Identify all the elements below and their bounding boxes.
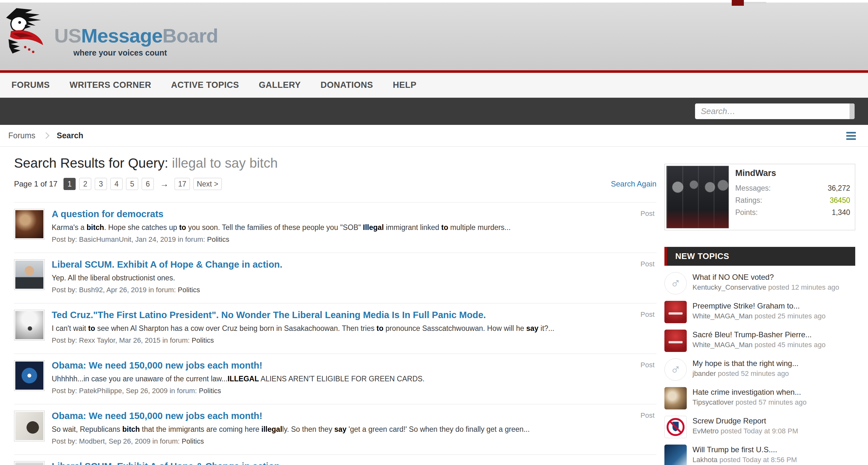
topic-author-link[interactable]: jbander [692, 370, 716, 377]
anti-nfl-logo-avatar[interactable] [664, 416, 687, 438]
member-stat-points: Points: 1,340 [735, 208, 850, 217]
result-author-avatar[interactable] [14, 360, 45, 391]
content-area: Search Results for Query: illegal to say… [0, 147, 868, 465]
topic-author-link[interactable]: White_MAGA_Man [692, 341, 752, 349]
topic-avatar[interactable] [664, 444, 687, 465]
new-topic-item-7-partial: Will Trump be first U.S.... Lakhota post… [664, 444, 855, 465]
result-title-link[interactable]: Liberal SCUM. Exhibit A of Hope & Change… [52, 461, 282, 465]
result-type-badge: Post [641, 260, 654, 268]
member-avatar[interactable] [666, 166, 729, 228]
new-topics-list: ♂ What if NO ONE voted? Kentucky_Conserv… [664, 272, 855, 465]
page-button-3[interactable]: 3 [95, 178, 107, 190]
result-author-link[interactable]: BasicHumanUnit [79, 235, 131, 243]
result-type-badge: Post [641, 209, 654, 218]
result-author-avatar[interactable] [14, 209, 45, 239]
member-name[interactable]: MindWars [735, 168, 850, 178]
result-author-avatar[interactable] [14, 411, 45, 441]
result-author-link[interactable]: Modbert [79, 437, 105, 445]
topic-title-link[interactable]: Preemptive Strike! Graham to... [692, 301, 855, 311]
nav-item-help[interactable]: HELP [393, 80, 416, 90]
new-topics-header: NEW TOPICS [664, 247, 855, 266]
search-again-link[interactable]: Search Again [611, 179, 656, 188]
result-author-avatar[interactable] [14, 259, 45, 290]
topic-title-link[interactable]: Will Trump be first U.S.... [692, 445, 855, 454]
male-symbol-avatar[interactable]: ♂ [664, 358, 687, 381]
page-button-4[interactable]: 4 [111, 178, 123, 190]
result-snippet: Yep. All the liberal obstructionist ones… [52, 273, 618, 283]
new-topic-item-2: Preemptive Strike! Graham to... White_MA… [664, 301, 855, 323]
result-forum-link[interactable]: Politics [207, 235, 229, 243]
member-stat-messages: Messages: 36,272 [735, 184, 850, 193]
nav-item-active-topics[interactable]: ACTIVE TOPICS [171, 80, 239, 90]
search-result-6-partial: Liberal SCUM. Exhibit A of Hope & Change… [14, 455, 656, 465]
nav-item-donations[interactable]: DONATIONS [321, 80, 373, 90]
result-snippet: Uhhhhh...in case you are unaware of the … [52, 374, 618, 384]
topic-title-link[interactable]: What if NO ONE voted? [692, 273, 855, 282]
result-snippet: Karma's a bitch. Hope she catches up to … [52, 223, 618, 233]
result-meta: Post by: Bush92, Apr 26, 2019 in forum: … [52, 286, 618, 294]
topic-author-link[interactable]: Lakhota [692, 456, 717, 464]
topic-author-link[interactable]: Kentucky_Conservative [692, 283, 766, 291]
new-topic-item-4: ♂ My hope is that the right wing... jban… [664, 358, 855, 381]
topic-title-link[interactable]: Screw Drudge Report [692, 416, 855, 426]
result-forum-link[interactable]: Politics [199, 387, 221, 395]
breadcrumb-search[interactable]: Search [57, 131, 83, 140]
male-symbol-avatar[interactable]: ♂ [664, 272, 687, 294]
topic-title-link[interactable]: Sacré Bleu! Trump-Basher Pierre... [692, 330, 855, 339]
page-button-1[interactable]: 1 [63, 178, 75, 190]
page-button-2[interactable]: 2 [79, 178, 91, 190]
page-button-5[interactable]: 5 [126, 178, 138, 190]
topic-meta: EvMetro posted Today at 9:08 PM [692, 427, 855, 436]
page-button-17[interactable]: 17 [175, 178, 190, 190]
top-notification-fragment [732, 0, 744, 6]
dog-photo-avatar[interactable] [664, 387, 687, 409]
result-forum-link[interactable]: Politics [178, 286, 200, 294]
result-author-avatar[interactable] [14, 461, 45, 465]
search-query-text: illegal to say bitch [172, 155, 278, 171]
topic-author-link[interactable]: EvMetro [692, 427, 719, 435]
new-topic-item-3: Sacré Bleu! Trump-Basher Pierre... White… [664, 329, 855, 352]
maga-hat-avatar[interactable] [664, 301, 687, 323]
nav-item-writers-corner[interactable]: WRITERS CORNER [69, 80, 151, 90]
topic-author-link[interactable]: White_MAGA_Man [692, 312, 752, 320]
new-topic-item-1: ♂ What if NO ONE voted? Kentucky_Conserv… [664, 272, 855, 294]
topic-title-link[interactable]: My hope is that the right wing... [692, 359, 855, 368]
next-page-button[interactable]: Next > [193, 178, 222, 190]
main-column: Search Results for Query: illegal to say… [0, 147, 656, 465]
search-result-4: Obama: We need 150,000 new jobs each mon… [14, 354, 656, 404]
result-forum-link[interactable]: Politics [192, 336, 214, 344]
result-author-link[interactable]: Bush92 [79, 286, 103, 294]
result-author-link[interactable]: Rexx Taylor [79, 336, 115, 344]
result-snippet: I can't wait to see when Al Sharpton has… [52, 323, 618, 333]
result-title-link[interactable]: Obama: We need 150,000 new jobs each mon… [52, 360, 262, 371]
topic-title-link[interactable]: Hate crime investigation when... [692, 388, 855, 397]
breadcrumb-forums[interactable]: Forums [8, 131, 35, 140]
topic-meta: Kentucky_Conservative posted 12 minutes … [692, 283, 855, 292]
result-type-badge: Post [641, 411, 654, 420]
result-title-link[interactable]: Obama: We need 150,000 new jobs each mon… [52, 411, 262, 421]
result-meta: Post by: Rexx Taylor, Mar 26, 2015 in fo… [52, 336, 618, 345]
topic-meta: White_MAGA_Man posted 25 minutes ago [692, 312, 855, 321]
result-title-link[interactable]: Ted Cruz."The First Latino President". N… [52, 310, 486, 320]
nav-item-forums[interactable]: FORUMS [11, 80, 50, 90]
result-author-avatar[interactable] [14, 310, 45, 341]
page-button-6[interactable]: 6 [142, 178, 154, 190]
red-divider [0, 70, 868, 73]
site-logo[interactable]: USMessageBoard where your voices count [4, 6, 218, 59]
result-title-link[interactable]: Liberal SCUM. Exhibit A of Hope & Change… [52, 259, 282, 269]
search-input[interactable] [695, 104, 849, 119]
nav-item-gallery[interactable]: GALLERY [259, 80, 301, 90]
search-submit[interactable] [849, 104, 855, 119]
search-box [695, 104, 855, 119]
result-author-link[interactable]: PatekPhilippe [79, 387, 122, 395]
pagination-gap-arrow-icon: → [160, 179, 168, 189]
breadcrumb: Forums Search [0, 125, 868, 147]
new-topic-item-6: Screw Drudge Report EvMetro posted Today… [664, 416, 855, 438]
chevron-right-icon [43, 132, 50, 139]
result-forum-link[interactable]: Politics [182, 437, 204, 445]
maga-hat-avatar[interactable] [664, 329, 687, 352]
topic-author-link[interactable]: Tipsycatlover [692, 398, 734, 406]
topic-meta: Tipsycatlover posted 57 minutes ago [692, 398, 855, 407]
menu-icon[interactable] [846, 132, 856, 142]
result-title-link[interactable]: A question for democrats [52, 209, 163, 219]
